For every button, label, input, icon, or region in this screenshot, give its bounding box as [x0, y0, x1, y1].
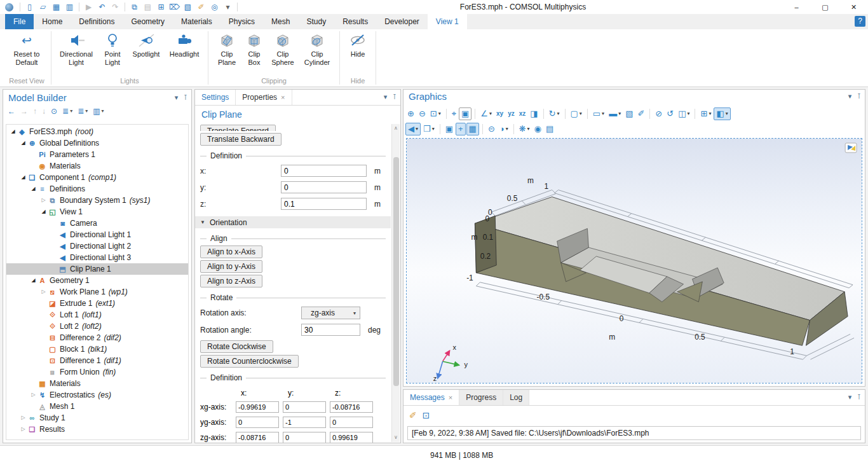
align-y-button[interactable]: Align to y-Axis [200, 260, 262, 273]
align-x-button[interactable]: Align to x-Axis [200, 245, 262, 258]
undo-button[interactable]: ↶ [95, 0, 109, 14]
color-palette-button[interactable]: ◑▾ [498, 123, 510, 135]
tree-item-loft-2[interactable]: ⟐Loft 2(loft2) [6, 321, 188, 332]
node-text-button[interactable]: ▥▾ [91, 106, 105, 117]
select-all-button[interactable]: ▧ [181, 0, 194, 14]
view-hidden-button[interactable]: ◫▾ [676, 107, 691, 120]
tree-item-parameters-1[interactable]: PiParameters 1 [6, 149, 188, 160]
zg-z-field[interactable] [330, 432, 373, 443]
hide-render-button[interactable]: ⊝ [486, 123, 497, 135]
tree-item-fores3-mph[interactable]: ◢◈ForES3.mph(root) [6, 126, 188, 137]
spotlight-button[interactable]: Spotlight [128, 31, 165, 60]
go-forward-button[interactable]: → [18, 106, 30, 117]
search-button[interactable]: ◎ [208, 0, 221, 14]
tab-progress[interactable]: Progress [459, 390, 503, 405]
translate-forward-button-clipped[interactable]: Translate Forward [200, 125, 302, 131]
zoom-out-button[interactable]: ⊖ [417, 107, 428, 120]
show-grid-button[interactable]: ▦ [466, 123, 479, 135]
tree-item-block-1[interactable]: ▢Block 1(blk1) [6, 343, 188, 355]
zg-y-field[interactable] [283, 432, 326, 443]
tab-definitions[interactable]: Definitions [71, 14, 123, 29]
paste-button[interactable]: ▤ [141, 0, 154, 14]
scrollbar-thumb[interactable] [393, 157, 399, 386]
toolbar-more-button[interactable]: ▾ [221, 0, 234, 14]
expander-icon[interactable]: ▷ [39, 195, 48, 206]
tree-item-definitions[interactable]: ◢≡Definitions [6, 183, 188, 195]
tree-item-boundary-system-1[interactable]: ▷⧉Boundary System 1(sys1) [6, 195, 188, 206]
minimize-button[interactable]: – [782, 0, 811, 14]
scene-style-button[interactable]: ▢▾ [569, 107, 584, 120]
transparency-button[interactable]: ❒▾ [421, 123, 437, 135]
xg-y-field[interactable] [283, 401, 326, 413]
delete-button[interactable]: ⌦ [168, 0, 181, 14]
expander-icon[interactable]: ◢ [19, 137, 27, 149]
fit-window-button[interactable]: ▣ [459, 107, 471, 120]
rotate-counterclockwise-button[interactable]: Rotate Counterclockwise [200, 355, 299, 368]
scroll-down-icon[interactable]: ∨ [392, 433, 400, 442]
yg-z-field[interactable] [330, 417, 373, 428]
tree-item-camera[interactable]: ◙Camera [6, 218, 188, 229]
tree-item-global-definitions[interactable]: ◢⊕Global Definitions [6, 137, 188, 149]
copy-button[interactable]: ⧉ [128, 0, 141, 14]
yg-y-field[interactable] [283, 417, 326, 428]
expander-icon[interactable]: ▷ [19, 424, 27, 435]
close-tab-icon[interactable]: × [449, 390, 452, 405]
tab-physics[interactable]: Physics [220, 14, 263, 29]
expander-icon[interactable]: ◢ [29, 275, 37, 286]
collapse-all-button[interactable]: ≣▾ [60, 106, 74, 117]
tab-home[interactable]: Home [34, 14, 71, 29]
tree-item-materials[interactable]: ◉Materials [6, 160, 188, 172]
tree-item-loft-1[interactable]: ⟐Loft 1(loft1) [6, 309, 188, 321]
image-export-button[interactable]: ▬▾ [607, 107, 623, 120]
selection-brush-button[interactable]: ✐ [635, 107, 646, 120]
zoom-in-button[interactable]: ⊕ [405, 107, 416, 120]
save-compact-button[interactable]: ▥ [63, 0, 76, 14]
align-z-button[interactable]: Align to z-Axis [200, 275, 262, 287]
show-triad-button[interactable]: + [456, 123, 466, 135]
wireframe-button[interactable]: ▣ [444, 123, 455, 135]
view-xy-button[interactable]: xy [494, 107, 505, 120]
xg-z-field[interactable] [330, 401, 373, 413]
tree-item-geometry-1[interactable]: ◢AGeometry 1 [6, 275, 188, 286]
reset-to-default-button[interactable]: ↩ Reset to Default [6, 31, 47, 68]
help-button[interactable]: ? [855, 16, 865, 27]
view-yz-button[interactable]: yz [506, 107, 517, 120]
tree-item-extrude-1[interactable]: ◪Extrude 1(ext1) [6, 298, 188, 309]
tab-mesh[interactable]: Mesh [263, 14, 298, 29]
tree-item-difference-1[interactable]: ⊡Difference 1(dif1) [6, 355, 188, 366]
tab-geometry[interactable]: Geometry [123, 14, 173, 29]
clip-plane-button[interactable]: Clip Plane [212, 31, 241, 68]
close-tab-icon[interactable]: × [281, 90, 285, 105]
xg-x-field[interactable] [236, 401, 279, 413]
image-capture-button[interactable]: ▭▾ [591, 107, 606, 120]
yg-x-field[interactable] [236, 417, 279, 428]
translate-forward-button[interactable]: Translate Forward [200, 125, 276, 131]
show-options-button[interactable]: ⊙ [49, 106, 59, 117]
panel-menu-icon[interactable]: ▾ [384, 93, 388, 101]
move-up-button[interactable]: ↑ [31, 106, 39, 117]
x-field[interactable] [281, 165, 367, 177]
expander-icon[interactable]: ◢ [29, 183, 37, 195]
tab-file[interactable]: File [5, 14, 34, 29]
expander-icon[interactable]: ▷ [39, 286, 48, 298]
rotation-angle-field[interactable] [301, 324, 360, 336]
scene-light-button[interactable]: ◀▾ [405, 123, 421, 135]
tab-study[interactable]: Study [298, 14, 334, 29]
move-down-button[interactable]: ↓ [40, 106, 48, 117]
expand-all-button[interactable]: ≣▾ [76, 106, 90, 117]
tab-messages[interactable]: Messages× [403, 390, 459, 405]
tree-item-directional-light-3[interactable]: ◀Directional Light 3 [6, 252, 188, 263]
clip-box-button[interactable]: Clip Box [241, 31, 267, 68]
clip-planes-button[interactable]: ◧▾ [714, 107, 730, 120]
tree-item-form-union[interactable]: ⧈Form Union(fin) [6, 366, 188, 378]
zoom-extents-button[interactable]: ⌖ [450, 107, 458, 120]
tree-item-materials[interactable]: ▦Materials [6, 378, 188, 389]
rotation-axis-select[interactable]: zg-axis ▾ [301, 307, 360, 319]
hide-selected-button[interactable]: ⊘ [653, 107, 664, 120]
y-field[interactable] [281, 181, 367, 193]
z-field[interactable] [281, 198, 367, 210]
settings-scrollbar[interactable]: ∧ ∨ [391, 124, 400, 442]
expander-icon[interactable]: ▷ [19, 412, 27, 424]
graphics-canvas[interactable]: m 1 0.5 0 0 m 0.1 0.2 -1 -0.5 0 m 0.5 1 [406, 138, 862, 384]
clip-cylinder-button[interactable]: Clip Cylinder [299, 31, 336, 68]
